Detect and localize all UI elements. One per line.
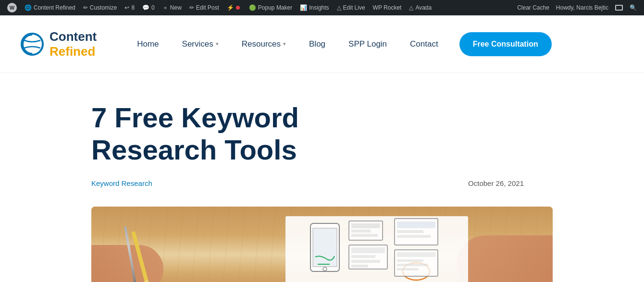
search-icon: 🔍 — [630, 4, 637, 11]
clear-cache-item[interactable]: Clear Cache — [514, 0, 553, 15]
edit-post-item[interactable]: ✏ Edit Post — [186, 0, 223, 15]
site-name-item[interactable]: 🌐 Content Refined — [21, 0, 79, 15]
logo-icon — [19, 31, 46, 57]
nav-links: Home Services ▾ Resources ▾ Blog SPP Log… — [125, 32, 625, 56]
svg-rect-16 — [397, 235, 431, 238]
wp-rocket-item[interactable]: WP Rocket — [370, 0, 405, 15]
new-item[interactable]: ＋ New — [159, 0, 185, 15]
nav-services[interactable]: Services ▾ — [171, 35, 230, 54]
logo-content: Content — [50, 29, 97, 44]
svg-rect-2 — [313, 228, 337, 267]
blog-label: Blog — [309, 39, 325, 49]
insights-icon: 📊 — [300, 4, 307, 11]
customize-label: Customize — [90, 4, 117, 11]
comments-icon: 💬 — [142, 4, 149, 11]
resources-label: Resources — [242, 39, 281, 49]
post-date: October 26, 2021 — [468, 179, 524, 187]
screen-options-item[interactable] — [612, 0, 626, 15]
popup-maker-label: Popup Maker — [258, 4, 292, 11]
sketch-svg — [253, 214, 455, 282]
svg-rect-15 — [397, 230, 423, 233]
logo-link[interactable]: Content Refined — [19, 29, 97, 59]
svg-rect-21 — [397, 264, 428, 266]
services-label: Services — [182, 39, 213, 49]
wp-logo-icon: W — [7, 3, 17, 12]
avada-item[interactable]: △ Avada — [406, 0, 435, 15]
comments-count: 0 — [151, 4, 155, 11]
new-label: New — [170, 4, 182, 11]
revisions-count: 8 — [131, 4, 135, 11]
services-chevron-icon: ▾ — [216, 41, 219, 47]
insights-item[interactable]: 📊 Insights — [297, 0, 332, 15]
howdy-label: Howdy, Narcis Bejtic — [556, 4, 608, 11]
svg-rect-11 — [351, 260, 380, 263]
yoast-icon: ⚡ — [227, 4, 234, 11]
svg-rect-10 — [351, 255, 375, 258]
edit-live-label: Edit Live — [343, 4, 365, 11]
svg-rect-20 — [397, 259, 423, 262]
nav-home[interactable]: Home — [125, 35, 170, 54]
nav-blog[interactable]: Blog — [297, 35, 337, 54]
svg-rect-19 — [397, 252, 435, 257]
popup-maker-item[interactable]: 🟢 Popup Maker — [246, 0, 296, 15]
arm-right — [457, 235, 553, 282]
svg-rect-7 — [351, 234, 378, 237]
admin-bar: W 🌐 Content Refined ✏ Customize ↩ 8 💬 0 … — [0, 0, 644, 15]
svg-rect-22 — [397, 268, 419, 270]
search-bar-item[interactable]: 🔍 — [626, 0, 640, 15]
spp-login-label: SPP Login — [348, 39, 387, 49]
svg-rect-14 — [397, 221, 435, 228]
content-area: 7 Free Keyword Research Tools Keyword Re… — [0, 73, 644, 282]
hero-image — [91, 207, 553, 282]
popup-maker-icon: 🟢 — [249, 4, 256, 11]
site-name-icon: 🌐 — [25, 4, 32, 11]
wp-rocket-label: WP Rocket — [373, 4, 402, 11]
main-nav: Content Refined Home Services ▾ Resource… — [0, 15, 644, 73]
post-title: 7 Free Keyword Research Tools — [91, 102, 428, 166]
edit-live-item[interactable]: △ Edit Live — [334, 0, 369, 15]
clear-cache-label: Clear Cache — [517, 4, 549, 11]
resources-chevron-icon: ▾ — [283, 41, 286, 47]
svg-rect-12 — [351, 265, 368, 268]
wp-logo-item[interactable]: W — [4, 0, 20, 15]
arm-left — [91, 245, 163, 282]
howdy-item[interactable]: Howdy, Narcis Bejtic — [553, 0, 612, 15]
insights-label: Insights — [309, 4, 329, 11]
home-label: Home — [137, 39, 159, 49]
svg-rect-9 — [351, 247, 385, 253]
customize-icon: ✏ — [83, 4, 88, 11]
nav-resources[interactable]: Resources ▾ — [230, 35, 297, 54]
avada-label: Avada — [415, 4, 432, 11]
edit-post-icon: ✏ — [189, 4, 194, 11]
comments-item[interactable]: 💬 0 — [139, 0, 158, 15]
new-icon: ＋ — [162, 4, 168, 12]
svg-rect-5 — [351, 223, 380, 228]
nav-contact[interactable]: Contact — [398, 35, 450, 54]
logo-refined: Refined — [50, 44, 95, 59]
site-name-label: Content Refined — [34, 4, 75, 11]
customize-item[interactable]: ✏ Customize — [80, 0, 121, 15]
logo-text: Content Refined — [50, 29, 97, 59]
nav-spp-login[interactable]: SPP Login — [337, 35, 398, 54]
hero-image-bg — [91, 207, 553, 282]
svg-rect-6 — [351, 230, 371, 233]
edit-live-icon: △ — [337, 4, 341, 11]
contact-label: Contact — [410, 39, 438, 49]
cta-button[interactable]: Free Consultation — [459, 32, 552, 56]
post-meta: Keyword Research October 26, 2021 — [91, 179, 524, 187]
post-category-link[interactable]: Keyword Research — [91, 179, 152, 187]
screen-options-icon — [615, 5, 623, 11]
revisions-icon: ↩ — [124, 4, 129, 11]
yoast-status-dot — [236, 6, 240, 10]
revisions-item[interactable]: ↩ 8 — [121, 0, 138, 15]
edit-post-label: Edit Post — [196, 4, 219, 11]
yoast-item[interactable]: ⚡ — [223, 0, 245, 15]
avada-icon: △ — [409, 4, 413, 11]
